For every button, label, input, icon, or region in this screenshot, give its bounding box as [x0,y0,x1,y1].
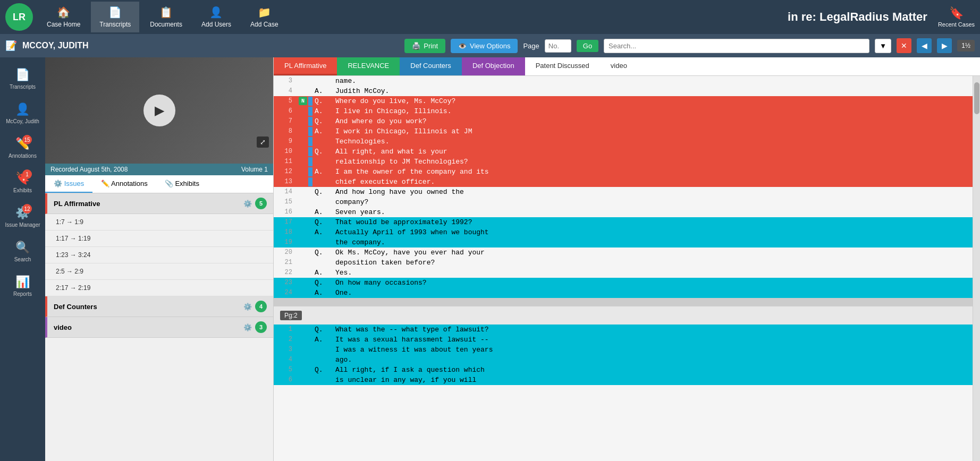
def-counters-group-header[interactable]: Def Counters ⚙️ 4 [45,296,273,317]
line-text: is unclear in any way, if you will [312,375,973,385]
sidebar-item-search[interactable]: 🔍 Search [0,235,45,268]
nav-transcripts-label: Transcripts [99,21,131,28]
list-item[interactable]: 2:5 → 2:9 [45,263,273,280]
tab-video[interactable]: video [600,57,638,75]
expand-video-button[interactable]: ⤢ [257,136,269,148]
color-bar [308,355,312,364]
table-row: 6 A. I live in Chicago, Illinois. [274,106,973,116]
color-bar [308,208,312,217]
issue-manager-sidebar-label: Issue Manager [5,222,40,228]
panel-tab-issues[interactable]: ⚙️ Issues [45,175,92,193]
line-text: Q. That would be approximately 1992? [312,218,973,227]
tab-def-objection[interactable]: Def Objection [462,57,525,75]
recent-cases-label: Recent Cases [938,21,975,28]
table-row: 20 Q. Ok Ms. McCoy, have you ever had yo… [274,247,973,258]
panel-tab-exhibits[interactable]: 📎 Exhibits [156,175,208,193]
table-row: 3 name. [274,76,973,86]
color-bar [308,365,312,374]
scrollbar-thumb[interactable] [974,82,979,114]
next-result-button[interactable]: ▶ [937,38,952,53]
transcripts-sidebar-icon: 📄 [15,68,30,81]
play-button[interactable]: ▶ [143,95,175,126]
line-text: A. Yes. [312,268,973,277]
view-options-button[interactable]: 👁️ View Options [451,39,518,53]
sidebar-item-reports[interactable]: 📊 Reports [0,270,45,302]
deposition-icon: 📝 [5,40,17,52]
nav-add-case-label: Add Case [250,21,278,28]
line-number: 1 [274,325,298,333]
transcript-scroll[interactable]: 3 name. 4 A. Judith McCoy. [274,76,973,461]
page-divider [274,298,973,306]
mccoy-sidebar-label: McCoy, Judith [6,118,39,124]
table-row: 9 Technologies. [274,136,973,147]
recording-date: Recorded August 5th, 2008 [50,166,128,173]
bookmark-icon: 🔖 [949,6,964,20]
line-number: 3 [274,345,298,353]
print-button[interactable]: 🖨️ Print [404,39,445,53]
table-row: 24 A. One. [274,288,973,298]
video-placeholder: ▶ [45,57,273,164]
nav-case-home[interactable]: 🏠 Case Home [38,2,89,32]
color-bar [308,157,312,166]
previous-result-button[interactable]: ◀ [917,38,932,53]
pl-settings-icon: ⚙️ [243,200,252,208]
line-number: 20 [274,248,298,256]
go-button[interactable]: Go [577,40,598,52]
color-bar [308,238,312,247]
scrollbar[interactable] [973,76,980,461]
table-row: 12 A. I am the owner of the company and … [274,167,973,177]
nav-add-case[interactable]: 📁 Add Case [242,2,287,32]
annotation-tabs: PL Affirmative RELEVANCE Def Counters De… [274,57,980,76]
search-input[interactable] [604,39,869,53]
transcript-wrapper: 3 name. 4 A. Judith McCoy. [274,76,980,461]
line-number: 22 [274,268,298,276]
nav-add-users-label: Add Users [201,21,231,28]
nav-add-users[interactable]: 👤 Add Users [193,2,240,32]
sidebar-item-issue-manager[interactable]: ⚙️ 12 Issue Manager [0,201,45,233]
list-item[interactable]: 1:23 → 3:24 [45,247,273,263]
line-number: 16 [274,208,298,216]
secondary-toolbar: 📝 MCCOY, JUDITH 🖨️ Print 👁️ View Options… [0,34,980,57]
logo-button[interactable]: LR [5,3,33,31]
exhibits-sidebar-label: Exhibits [13,187,32,193]
pl-affirmative-group-header[interactable]: PL Affirmative ⚙️ 5 [45,193,273,214]
nav-documents[interactable]: 📋 Documents [141,2,191,32]
clear-search-button[interactable]: ✕ [897,38,911,53]
tab-def-counters[interactable]: Def Counters [400,57,462,75]
panel-tab-annotations[interactable]: ✏️ Annotations [92,175,156,193]
transcript-area: PL Affirmative RELEVANCE Def Counters De… [274,57,980,461]
line-text: Q. What was the -- what type of lawsuit? [312,325,973,334]
search-sidebar-icon: 🔍 [15,241,30,254]
sidebar-item-annotations[interactable]: ✏️ 15 Annotations [0,132,45,164]
table-row: 11 relationship to JM Technologies? [274,157,973,167]
search-dropdown-button[interactable]: ▼ [875,39,891,53]
line-text: the company. [312,238,973,247]
page-number-input[interactable] [545,39,571,53]
sidebar-item-transcripts[interactable]: 📄 Transcripts [0,63,45,95]
line-number: 2 [274,335,298,343]
video-group-label: video [54,323,72,331]
tab-pl-affirmative[interactable]: PL Affirmative [274,57,337,75]
color-bar [308,177,312,186]
nav-transcripts[interactable]: 📄 Transcripts [91,2,139,32]
tab-patent-discussed[interactable]: Patent Discussed [525,57,600,75]
list-item[interactable]: 2:17 → 2:19 [45,280,273,296]
deposition-name: MCCOY, JUDITH [22,41,88,50]
video-group-header[interactable]: video ⚙️ 3 [45,317,273,338]
recent-cases-button[interactable]: 🔖 Recent Cases [938,6,975,28]
line-text: A. It was a sexual harassment lawsuit -- [312,335,973,344]
list-item[interactable]: 1:7 → 1:9 [45,214,273,230]
tab-relevance[interactable]: RELEVANCE [337,57,400,75]
line-text: I was a witness it was about ten years [312,345,973,354]
table-row: 13 chief executive officer. [274,177,973,187]
line-text: Q. All right, if I ask a question which [312,365,973,374]
color-bar [308,228,312,237]
sidebar-item-exhibits[interactable]: 🔖 1 Exhibits [0,166,45,199]
n-marker: N [299,97,307,105]
sidebar-item-mccoy[interactable]: 👤 McCoy, Judith [0,97,45,130]
list-item[interactable]: 1:17 → 1:19 [45,230,273,247]
table-row: 15 company? [274,197,973,207]
line-number: 10 [274,147,298,155]
table-row: 1 Q. What was the -- what type of lawsui… [274,325,973,335]
page-1-section: 3 name. 4 A. Judith McCoy. [274,76,973,298]
